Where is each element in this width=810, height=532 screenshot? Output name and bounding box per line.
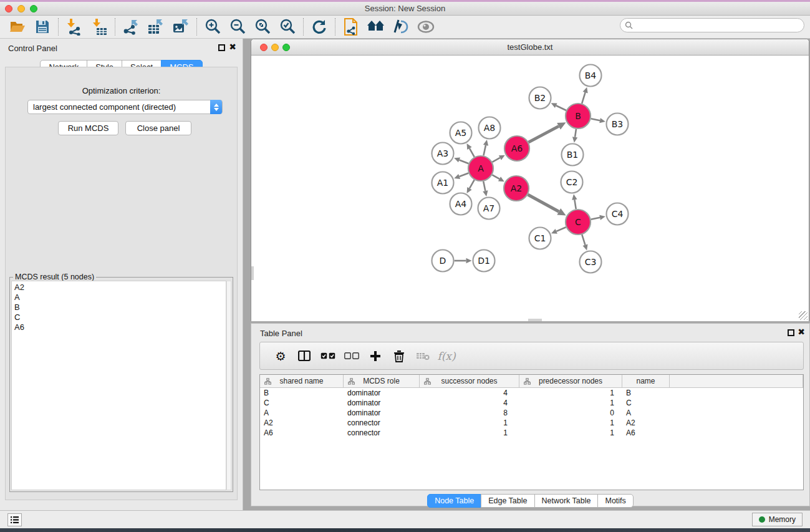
result-item-a6[interactable]: A6 — [14, 322, 223, 332]
column-header-MCDS-role[interactable]: MCDS role — [344, 375, 420, 387]
graph-node-A2[interactable]: A2 — [504, 176, 529, 201]
table-row[interactable]: A2connector11A2 — [260, 418, 803, 428]
result-item-a[interactable]: A — [14, 293, 223, 302]
close-panel-button[interactable]: Close panel — [125, 121, 191, 135]
table-row[interactable]: Bdominator41B — [260, 388, 803, 398]
table-row[interactable]: Adominator80A — [260, 408, 803, 418]
toolbar-separator — [58, 18, 59, 36]
mcds-result-list[interactable]: A2ABCA6 — [11, 281, 226, 490]
show-columns-icon[interactable] — [292, 346, 316, 367]
network-canvas[interactable]: AA1A2A3A4A5A6A7A8BB1B2B3B4CC1C2C3C4DD1 — [251, 56, 809, 321]
graph-edge-B-B2 — [556, 105, 566, 110]
result-item-b[interactable]: B — [14, 302, 223, 312]
select-all-columns-icon[interactable] — [316, 346, 340, 367]
graph-edge-A6-B — [529, 126, 559, 142]
canvas-vertical-scroll-mark[interactable] — [251, 266, 254, 280]
tab-network-table[interactable]: Network Table — [534, 494, 599, 508]
add-column-icon[interactable] — [364, 346, 387, 367]
export-network-icon[interactable] — [118, 17, 143, 37]
zoom-in-icon[interactable] — [200, 17, 225, 37]
new-network-from-file-icon[interactable] — [339, 17, 364, 37]
close-panel-icon[interactable]: ✖ — [229, 42, 236, 51]
result-list-scrollbar[interactable] — [226, 281, 231, 490]
graph-node-C4[interactable]: C4 — [607, 203, 629, 225]
graph-node-B1[interactable]: B1 — [562, 144, 584, 166]
settings-gear-icon[interactable]: ⚙ — [269, 346, 292, 367]
table-row[interactable]: A6connector11A6 — [260, 428, 803, 438]
import-table-icon[interactable] — [87, 17, 112, 37]
deselect-all-columns-icon[interactable] — [340, 346, 364, 367]
network-window-titlebar[interactable]: testGlobe.txt — [251, 39, 809, 56]
delete-columns-icon[interactable] — [387, 346, 411, 367]
tab-node-table[interactable]: Node Table — [427, 494, 481, 508]
export-table-icon[interactable] — [143, 17, 168, 37]
graph-node-A5[interactable]: A5 — [450, 122, 472, 144]
home-icon[interactable] — [364, 17, 388, 37]
graph-node-A7[interactable]: A7 — [478, 198, 500, 220]
graph-node-A8[interactable]: A8 — [479, 117, 501, 139]
graph-node-B[interactable]: B — [566, 104, 591, 128]
tab-motifs[interactable]: Motifs — [597, 494, 633, 508]
refresh-icon[interactable] — [307, 17, 332, 37]
column-header-shared-name[interactable]: shared name — [260, 375, 344, 387]
graph-node-B4[interactable]: B4 — [580, 65, 602, 87]
criterion-dropdown[interactable]: largest connected component (directed) — [27, 100, 223, 114]
graph-node-A3[interactable]: A3 — [432, 143, 454, 165]
graph-node-A1[interactable]: A1 — [432, 172, 454, 194]
optimization-criterion-label: Optimization criterion: — [6, 86, 237, 95]
graph-node-B3[interactable]: B3 — [607, 114, 629, 135]
graph-node-C3[interactable]: C3 — [580, 251, 602, 273]
function-builder-icon[interactable]: f(x) — [435, 346, 458, 367]
column-header-predecessor-nodes[interactable]: predecessor nodes — [519, 375, 622, 387]
zoom-selected-icon[interactable] — [275, 17, 300, 37]
task-history-button[interactable] — [7, 513, 22, 526]
run-mcds-button[interactable]: Run MCDS — [58, 121, 118, 135]
window-title: Session: New Session — [0, 4, 810, 13]
delete-table-icon[interactable] — [411, 346, 435, 367]
graph-node-C1[interactable]: C1 — [529, 228, 551, 249]
save-session-icon[interactable] — [30, 17, 55, 37]
cell: 4 — [420, 399, 519, 407]
tab-edge-table[interactable]: Edge Table — [481, 494, 534, 508]
node-table[interactable]: shared nameMCDS rolesuccessor nodesprede… — [259, 374, 804, 490]
graph-node-D1[interactable]: D1 — [473, 250, 495, 272]
canvas-horizontal-scroll-mark[interactable] — [528, 319, 542, 321]
control-panel: Control Panel ✖ NetworkStyleSelectMCDS O… — [0, 39, 243, 510]
graph-edge-C-C1 — [556, 227, 566, 231]
graph-node-C[interactable]: C — [566, 210, 591, 235]
zoom-fit-icon[interactable] — [250, 17, 275, 37]
graph-edge-A-A5 — [470, 148, 475, 157]
graph-node-B2[interactable]: B2 — [529, 87, 551, 109]
search-input[interactable] — [620, 18, 804, 32]
network-view-window[interactable]: testGlobe.txt AA1A2A3A4A5A6A7A8BB1B2B3B4… — [251, 39, 809, 321]
result-item-c[interactable]: C — [14, 312, 223, 322]
zoom-out-icon[interactable] — [225, 17, 250, 37]
show-eye-icon[interactable] — [413, 17, 438, 37]
close-panel-icon[interactable]: ✖ — [798, 327, 805, 336]
graph-node-A6[interactable]: A6 — [504, 136, 529, 161]
memory-button[interactable]: Memory — [752, 513, 803, 526]
graph-node-D[interactable]: D — [432, 250, 454, 272]
table-panel-tabs: Node TableEdge TableNetwork TableMotifs — [251, 494, 809, 508]
graph-edge-A-A7 — [483, 181, 485, 191]
graph-node-A4[interactable]: A4 — [450, 193, 472, 215]
graph-node-A[interactable]: A — [468, 156, 493, 181]
column-header-successor-nodes[interactable]: successor nodes — [420, 375, 519, 387]
export-image-icon[interactable] — [168, 17, 193, 37]
toolbar-search — [620, 18, 804, 32]
result-item-a2[interactable]: A2 — [14, 283, 223, 293]
table-row[interactable]: Cdominator41C — [260, 398, 803, 408]
graph-edge-A-A8 — [483, 145, 486, 156]
hide-graphics-details-icon[interactable] — [388, 17, 413, 37]
import-network-icon[interactable] — [62, 17, 87, 37]
column-header-name[interactable]: name — [622, 375, 670, 387]
window-titlebar[interactable]: Session: New Session — [0, 2, 810, 16]
open-session-icon[interactable] — [5, 17, 30, 37]
float-panel-icon[interactable] — [788, 329, 794, 336]
float-panel-icon[interactable] — [218, 44, 225, 51]
graph-node-C2[interactable]: C2 — [561, 172, 583, 193]
svg-text:C2: C2 — [566, 177, 578, 187]
table-body: Bdominator41BCdominator41CAdominator80AA… — [260, 388, 803, 438]
window-resize-handle[interactable] — [799, 311, 808, 320]
app-body: Control Panel ✖ NetworkStyleSelectMCDS O… — [0, 39, 810, 510]
